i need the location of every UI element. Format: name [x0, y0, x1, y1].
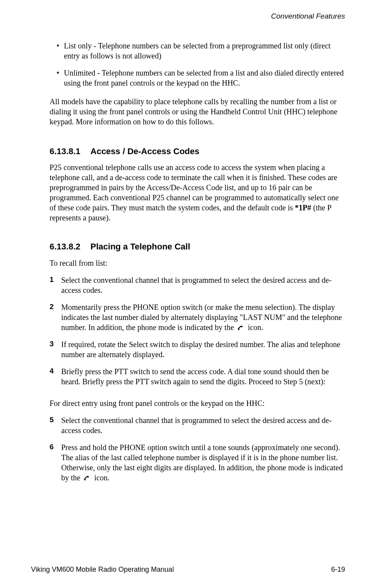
phone-handset-icon: [237, 323, 245, 330]
bullet-text: Unlimited - Telephone numbers can be sel…: [64, 68, 345, 88]
section-heading-access-codes: 6.13.8.1 Access / De-Access Codes: [50, 146, 345, 157]
footer-left: Viking VM600 Mobile Radio Operating Manu…: [31, 565, 174, 574]
body-paragraph: All models have the capability to place …: [50, 96, 345, 127]
list-item: 1 Select the conventional channel that i…: [50, 275, 345, 295]
step-text-post: icon.: [248, 323, 263, 332]
phone-handset-icon: [83, 473, 91, 480]
step-text: Select the conventional channel that is …: [61, 275, 345, 295]
list-item: 4 Briefly press the PTT switch to send t…: [50, 366, 345, 387]
numbered-list-b: 5 Select the conventional channel that i…: [50, 415, 345, 483]
section-body: P25 conventional telephone calls use an …: [50, 162, 345, 223]
numbered-list-a: 1 Select the conventional channel that i…: [50, 275, 345, 387]
section-number: 6.13.8.2: [50, 241, 81, 253]
code-literal: *1P#: [295, 203, 311, 212]
section-title: Placing a Telephone Call: [91, 241, 191, 253]
bullet-item: Unlimited - Telephone numbers can be sel…: [50, 68, 345, 88]
list-item: 2 Momentarily press the PHONE option swi…: [50, 302, 345, 332]
step-number: 1: [50, 275, 61, 295]
step-number: 3: [50, 339, 61, 359]
step-number: 5: [50, 415, 61, 435]
list-item: 6 Press and hold the PHONE option switch…: [50, 442, 345, 483]
bullet-text: List only - Telephone numbers can be sel…: [64, 41, 345, 61]
step-text: Press and hold the PHONE option switch u…: [61, 442, 345, 483]
footer-right: 6-19: [331, 565, 345, 574]
list-item: 5 Select the conventional channel that i…: [50, 415, 345, 435]
step-number: 6: [50, 442, 61, 483]
list-item: 3 If required, rotate the Select switch …: [50, 339, 345, 359]
running-header: Conventional Features: [50, 12, 345, 21]
step-text-pre: Momentarily press the PHONE option switc…: [61, 303, 342, 332]
bullet-item: List only - Telephone numbers can be sel…: [50, 41, 345, 61]
intro-line: To recall from list:: [50, 258, 345, 268]
step-number: 2: [50, 302, 61, 332]
step-text: Briefly press the PTT switch to send the…: [61, 366, 345, 387]
step-text: If required, rotate the Select switch to…: [61, 339, 345, 359]
section-heading-placing-call: 6.13.8.2 Placing a Telephone Call: [50, 241, 345, 253]
bullet-list: List only - Telephone numbers can be sel…: [50, 41, 345, 88]
section-number: 6.13.8.1: [50, 146, 81, 157]
page-footer: Viking VM600 Mobile Radio Operating Manu…: [31, 565, 345, 574]
step-text: Momentarily press the PHONE option switc…: [61, 302, 345, 332]
step-text: Select the conventional channel that is …: [61, 415, 345, 435]
step-number: 4: [50, 366, 61, 387]
mid-paragraph: For direct entry using front panel contr…: [50, 398, 345, 408]
step-text-post: icon.: [94, 473, 109, 482]
section-title: Access / De-Access Codes: [91, 146, 199, 157]
